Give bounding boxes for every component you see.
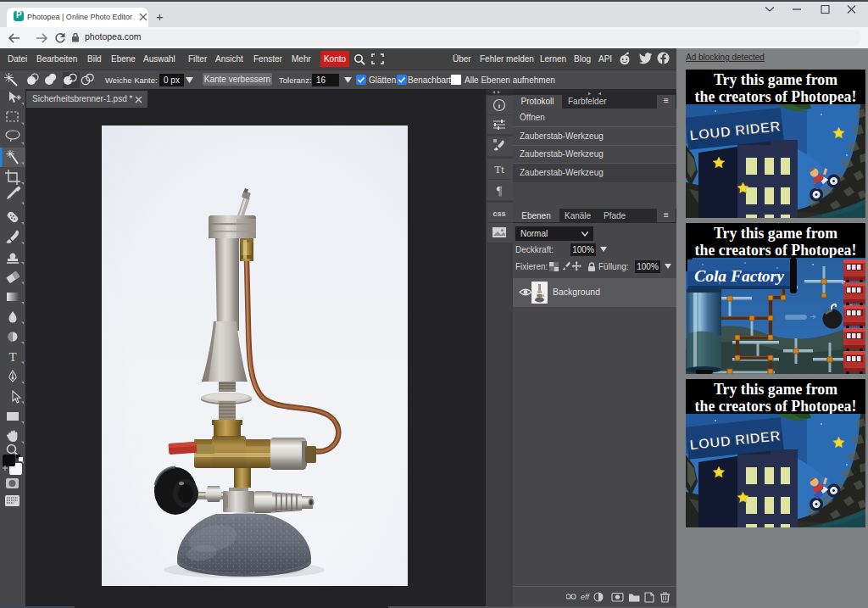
svg-text:eff: eff (581, 593, 591, 601)
svg-text:Cola Factory: Cola Factory (694, 267, 784, 285)
svg-text:css: css (492, 209, 505, 218)
svg-text:¶: ¶ (497, 185, 503, 198)
svg-text:Tt: Tt (494, 163, 504, 176)
svg-text:T: T (8, 350, 16, 364)
